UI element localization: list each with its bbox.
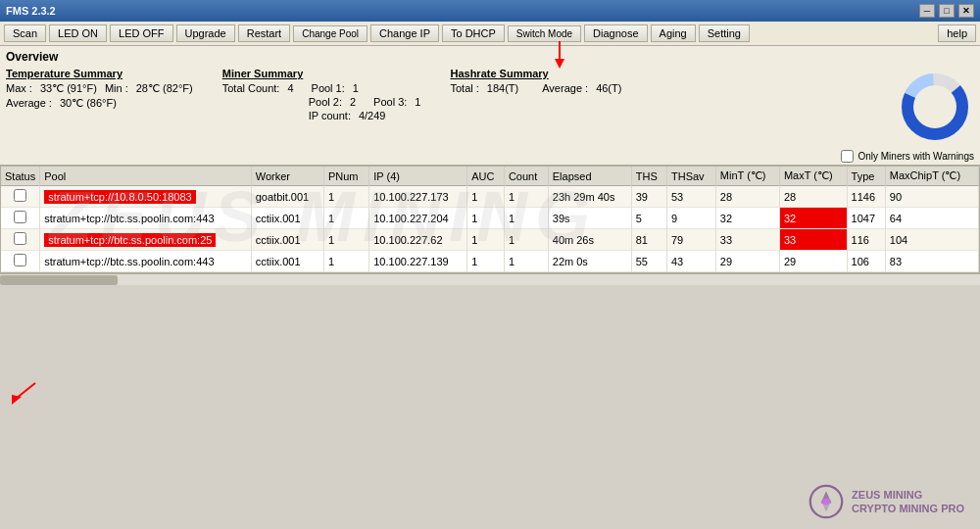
diagnose-button[interactable]: Diagnose <box>584 24 647 42</box>
row-worker: cctiix.001 <box>251 208 323 229</box>
table-row[interactable]: stratum+tcp://10.8.0.50:18083goatbit.001… <box>1 186 979 208</box>
row-maxt: 29 <box>779 251 847 272</box>
miner-pool1-value: 1 <box>353 82 359 94</box>
table-row[interactable]: stratum+tcp://btc.ss.poolin.com:25cctiix… <box>1 229 979 251</box>
logo-line1: ZEUS MINING <box>852 488 964 502</box>
svg-point-10 <box>822 498 829 505</box>
row-ip: 10.100.227.204 <box>369 208 467 229</box>
scan-button[interactable]: Scan <box>4 24 46 42</box>
col-elapsed: Elapsed <box>548 167 631 186</box>
row-mint: 33 <box>715 229 779 251</box>
hashrate-total-value: 184(T) <box>487 82 518 94</box>
miner-pool3-value: 1 <box>415 96 420 108</box>
row-maxchipt: 64 <box>885 208 978 229</box>
row-ip: 10.100.227.62 <box>369 229 467 251</box>
row-thsav: 9 <box>667 208 716 229</box>
row-pnum: 1 <box>323 251 368 272</box>
table-row[interactable]: stratum+tcp://btc.ss.poolin.com:443cctii… <box>1 251 979 272</box>
setting-button[interactable]: Setting <box>699 24 750 42</box>
minimize-button[interactable]: ─ <box>919 4 935 18</box>
restart-button[interactable]: Restart <box>238 24 290 42</box>
miner-pool2-value: 2 <box>350 96 356 108</box>
temp-avg-label: Average : <box>6 97 52 110</box>
row-type: 106 <box>847 251 885 272</box>
row-count: 1 <box>504 186 548 208</box>
row-pool: stratum+tcp://btc.ss.poolin.com:25 <box>40 229 252 251</box>
row-thsav: 53 <box>667 186 716 208</box>
scrollbar-thumb[interactable] <box>0 275 118 285</box>
row-checkbox[interactable] <box>14 189 26 202</box>
row-type: 1047 <box>847 208 885 229</box>
row-pnum: 1 <box>323 186 368 208</box>
scrollbar[interactable] <box>0 273 980 285</box>
temp-max-value: 33℃ (91°F) <box>40 82 97 95</box>
col-ths: THS <box>631 167 666 186</box>
hashrate-title: Hashrate Summary <box>450 68 626 79</box>
temp-avg-row: Average : 30℃ (86°F) <box>6 97 193 110</box>
hashrate-total-label: Total : <box>450 82 478 94</box>
hashrate-total-row: Total : 184(T) Average : 46(T) <box>450 82 626 94</box>
row-checkbox-cell[interactable] <box>1 208 40 229</box>
row-checkbox-cell[interactable] <box>1 229 40 251</box>
col-pnum: PNum <box>323 167 368 186</box>
col-mint: MinT (℃) <box>715 167 779 186</box>
led-on-button[interactable]: LED ON <box>49 24 107 42</box>
row-checkbox-cell[interactable] <box>1 251 40 272</box>
aging-button[interactable]: Aging <box>651 24 696 42</box>
temp-min-value: 28℃ (82°F) <box>136 82 193 95</box>
change-ip-button[interactable]: Change IP <box>370 24 439 42</box>
warning-checkbox-area[interactable]: Only Miners with Warnings <box>841 150 974 163</box>
row-pool: stratum+tcp://10.8.0.50:18083 <box>40 186 252 208</box>
donut-and-warning: Only Miners with Warnings <box>841 68 974 163</box>
miner-total-label: Total Count: <box>222 82 280 94</box>
warning-checkbox[interactable] <box>841 150 854 163</box>
col-maxt: MaxT (℃) <box>779 167 847 186</box>
row-pool: stratum+tcp://btc.ss.poolin.com:443 <box>40 251 252 272</box>
miners-table-container[interactable]: Status Pool Worker PNum IP (4) AUC Count… <box>0 166 980 273</box>
miner-pool1-label: Pool 1: <box>312 82 345 94</box>
hashrate-summary: Hashrate Summary Total : 184(T) Average … <box>450 68 626 123</box>
miners-table: Status Pool Worker PNum IP (4) AUC Count… <box>1 167 979 272</box>
col-thsav: THSav <box>667 167 716 186</box>
table-row[interactable]: stratum+tcp://btc.ss.poolin.com:443cctii… <box>1 208 979 229</box>
row-count: 1 <box>504 251 548 272</box>
logo-line2: CRYPTO MINING PRO <box>852 502 964 515</box>
miner-pool3-label: Pool 3: <box>373 96 407 108</box>
row-elapsed: 39s <box>548 208 631 229</box>
row-ip: 10.100.227.173 <box>369 186 467 208</box>
logo-text: ZEUS MINING CRYPTO MINING PRO <box>852 488 964 516</box>
close-button[interactable]: ✕ <box>958 4 974 18</box>
row-mint: 29 <box>715 251 779 272</box>
row-checkbox[interactable] <box>14 254 26 266</box>
col-ip: IP (4) <box>369 167 467 186</box>
row-type: 116 <box>847 229 885 251</box>
row-mint: 32 <box>715 208 779 229</box>
row-ths: 39 <box>631 186 666 208</box>
col-type: Type <box>847 167 885 186</box>
row-maxt: 33 <box>779 229 847 251</box>
temp-min-label: Min : <box>105 82 128 95</box>
change-pool-button[interactable]: Change Pool <box>293 25 368 42</box>
row-ths: 5 <box>631 208 666 229</box>
switch-mode-button[interactable]: Switch Mode <box>508 25 581 42</box>
row-worker: cctiix.001 <box>251 251 323 272</box>
row-type: 1146 <box>847 186 885 208</box>
led-off-button[interactable]: LED OFF <box>110 24 172 42</box>
row-maxt: 32 <box>779 208 847 229</box>
svg-marker-6 <box>12 395 22 405</box>
upgrade-button[interactable]: Upgrade <box>176 24 235 42</box>
row-checkbox[interactable] <box>14 211 26 223</box>
to-dhcp-button[interactable]: To DHCP <box>442 24 505 42</box>
row-auc: 1 <box>467 186 505 208</box>
row-worker: goatbit.001 <box>251 186 323 208</box>
row-checkbox-cell[interactable] <box>1 186 40 208</box>
overview-flex: Temperature Summary Max : 33℃ (91°F) Min… <box>6 68 974 163</box>
miner-ip-value: 4/249 <box>359 110 386 121</box>
restore-button[interactable]: □ <box>939 4 955 18</box>
help-button[interactable]: help <box>938 24 976 42</box>
row-checkbox[interactable] <box>14 232 26 245</box>
overview-section: Overview Temperature Summary Max : 33℃ (… <box>0 46 980 166</box>
window-title: FMS 2.3.2 <box>6 5 56 17</box>
col-worker: Worker <box>251 167 323 186</box>
row-count: 1 <box>504 229 548 251</box>
